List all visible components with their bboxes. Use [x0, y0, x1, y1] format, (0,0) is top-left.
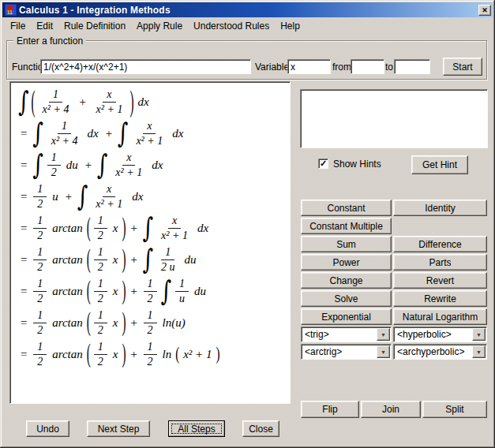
numerator: 1	[94, 309, 107, 323]
integral-sign: ∫	[77, 182, 88, 210]
right-paren: )	[122, 247, 126, 273]
left-paren: (	[87, 278, 91, 304]
integral-sign: ∫	[143, 214, 154, 241]
math-text: x	[113, 285, 118, 298]
get-hint-button[interactable]: Get Hint	[411, 155, 468, 174]
chevron-down-icon[interactable]: ▼	[377, 345, 390, 358]
rule-button-exponential[interactable]: Exponential	[301, 308, 392, 325]
menu-item-file[interactable]: File	[5, 19, 31, 34]
join-button[interactable]: Join	[361, 401, 421, 418]
integral-sign: ∫	[143, 245, 154, 273]
rule-button-difference[interactable]: Difference	[393, 236, 487, 252]
denominator: 2	[94, 260, 107, 274]
math-text: x	[113, 222, 118, 235]
rule-grid: ConstantIdentityConstant MultipleSumDiff…	[301, 200, 487, 325]
denominator: x² + 1	[157, 229, 192, 242]
start-button[interactable]: Start	[443, 58, 482, 76]
math-fraction: xx² + 1	[132, 120, 167, 147]
transform-buttons: FlipJoinSplit	[301, 401, 487, 418]
left-paren: (	[87, 215, 91, 241]
math-text: arctan	[52, 285, 83, 298]
menu-item-edit[interactable]: Edit	[31, 19, 58, 34]
dropdown-value: <archyperbolic>	[394, 345, 471, 359]
rule-button-natural-logarithm[interactable]: Natural Logarithm	[393, 308, 487, 325]
chevron-down-icon[interactable]: ▼	[377, 328, 390, 341]
math-text: ln(u)	[163, 316, 186, 330]
numerator: x	[143, 120, 156, 134]
math-line[interactable]: =12arctan(12x)+∫xx² + 1dx	[17, 212, 290, 244]
math-text: arctan	[52, 348, 83, 361]
to-input[interactable]	[394, 59, 430, 74]
left-paren: (	[87, 247, 91, 273]
rule-button-identity[interactable]: Identity	[393, 200, 487, 216]
math-text: arctan	[52, 316, 83, 330]
math-text: arctan	[52, 222, 83, 235]
math-text: =	[20, 285, 28, 298]
rule-button-rewrite[interactable]: Rewrite	[393, 290, 487, 307]
math-line[interactable]: =12u+∫xx² + 1dx	[17, 181, 290, 212]
close-icon[interactable]: ✕	[478, 5, 491, 16]
menu-item-apply-rule[interactable]: Apply Rule	[131, 19, 188, 34]
function-input[interactable]	[40, 59, 251, 74]
rule-button-sum[interactable]: Sum	[301, 236, 392, 252]
math-line[interactable]: =12arctan(12x)+∫12 udu	[17, 244, 290, 275]
denominator: 2	[144, 355, 157, 368]
integral-sign: ∫	[161, 277, 172, 304]
rule-button-constant[interactable]: Constant	[301, 200, 392, 216]
rule-button-power[interactable]: Power	[301, 254, 392, 271]
math-fraction: 12	[144, 309, 157, 337]
hints-display	[300, 89, 488, 148]
math-line[interactable]: =∫12du+∫xx² + 1dx	[17, 149, 290, 181]
chevron-down-icon[interactable]: ▼	[472, 345, 486, 358]
math-text: dx	[152, 159, 163, 172]
numerator: 1	[33, 309, 47, 323]
denominator: 2	[47, 166, 61, 179]
menu-item-help[interactable]: Help	[275, 19, 306, 34]
math-line[interactable]: ∫(1x² + 4+xx² + 1)dx	[17, 86, 290, 118]
rule-button-revert[interactable]: Revert	[393, 272, 487, 289]
math-line[interactable]: =∫1x² + 4dx+∫xx² + 1dx	[17, 118, 290, 149]
numerator: 1	[175, 278, 189, 292]
math-text: =	[20, 190, 28, 203]
math-line[interactable]: =12arctan(12x)+12∫1udu	[17, 275, 290, 307]
dropdown-hyperbolic[interactable]: <hyperbolic>▼	[393, 327, 487, 342]
denominator: 2	[33, 355, 47, 368]
math-fraction: xx² + 1	[157, 215, 192, 242]
flip-button[interactable]: Flip	[301, 401, 359, 418]
math-text: arctan	[52, 253, 83, 267]
math-text: u	[52, 190, 58, 203]
denominator: 2	[33, 292, 47, 305]
rule-button-constant-multiple[interactable]: Constant Multiple	[301, 218, 392, 234]
next-step-button[interactable]: Next Step	[87, 420, 150, 437]
variable-input[interactable]	[287, 59, 331, 74]
math-line[interactable]: =12arctan(12x)+12ln(x² + 1)	[17, 338, 290, 370]
denominator: x² + 1	[92, 197, 126, 211]
dropdown-archyperbolic[interactable]: <archyperbolic>▼	[393, 344, 487, 360]
menu-item-understood-rules[interactable]: Understood Rules	[188, 19, 275, 34]
rule-button-change[interactable]: Change	[301, 272, 392, 289]
all-steps-button[interactable]: All Steps	[168, 420, 225, 437]
rule-button-parts[interactable]: Parts	[393, 254, 487, 271]
denominator: 2	[33, 323, 47, 337]
from-input[interactable]	[351, 59, 384, 74]
dropdown-trig[interactable]: <trig>▼	[301, 327, 392, 342]
dropdown-arctrig[interactable]: <arctrig>▼	[301, 344, 392, 360]
math-text: +	[129, 285, 137, 298]
title-bar[interactable]: 11 Calculus 1 - Integration Methods ✕	[2, 2, 493, 17]
function-entry-group: Enter a function Function Variable from …	[6, 40, 487, 80]
math-line[interactable]: =12arctan(12x)+12ln(u)	[17, 307, 290, 338]
split-button[interactable]: Split	[422, 401, 487, 418]
math-fraction: 12	[144, 278, 157, 305]
show-hints-checkbox[interactable]: ✓	[318, 159, 328, 169]
math-text: dx	[137, 95, 148, 109]
undo-button[interactable]: Undo	[26, 420, 69, 437]
math-fraction: 12	[33, 278, 47, 305]
integral-sign: ∫	[32, 119, 43, 147]
math-fraction: 12	[94, 215, 107, 242]
menu-item-rule-definition[interactable]: Rule Definition	[58, 19, 131, 34]
chevron-down-icon[interactable]: ▼	[472, 328, 486, 341]
right-paren: )	[122, 342, 126, 368]
close-button[interactable]: Close	[242, 420, 279, 437]
rule-button-solve[interactable]: Solve	[301, 290, 392, 307]
svg-text:11: 11	[7, 9, 13, 15]
